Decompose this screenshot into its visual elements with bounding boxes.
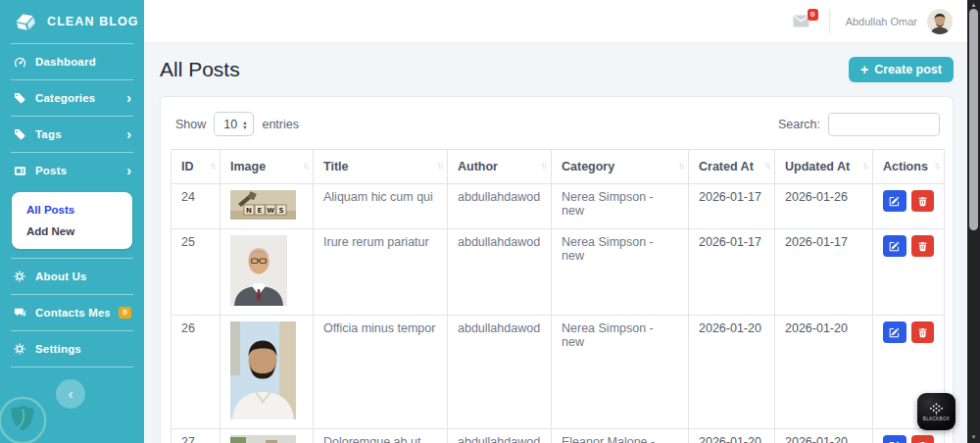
sidebar-item-label: Tags bbox=[35, 128, 62, 140]
column-header-id[interactable]: ID↑↓ bbox=[172, 150, 220, 184]
blackbox-dots-icon bbox=[927, 403, 946, 416]
column-label: ID bbox=[181, 160, 194, 173]
sidebar-item-label: Contacts Message bbox=[35, 307, 110, 319]
edit-button[interactable] bbox=[883, 435, 906, 443]
sidebar-collapse-button[interactable]: ‹ bbox=[56, 379, 85, 409]
chevron-left-icon: ‹ bbox=[69, 386, 74, 402]
count-badge: 0 bbox=[119, 307, 131, 319]
cell-category: Eleanor Malone - new bbox=[552, 429, 689, 443]
brand-logo-icon bbox=[13, 9, 38, 34]
cell-actions bbox=[873, 429, 945, 443]
table-row: 26 Officia minus tempor abdullahdawod Ne… bbox=[172, 316, 945, 429]
sort-icon: ↑↓ bbox=[303, 161, 308, 171]
post-thumbnail[interactable] bbox=[230, 321, 296, 419]
cell-updated-at: 2026-01-20 bbox=[775, 429, 873, 443]
table-header-row: ID↑↓Image↑↓Title↑↓Author↑↓Category↑↓Crat… bbox=[172, 150, 945, 184]
delete-button[interactable] bbox=[911, 435, 935, 443]
sidebar-item-contacts-message[interactable]: Contacts Message0 bbox=[0, 295, 144, 330]
blackbox-widget[interactable]: BLACKBOX bbox=[917, 393, 956, 430]
column-header-actions[interactable]: Actions↑↓ bbox=[873, 150, 945, 184]
cell-created-at: 2026-01-20 bbox=[689, 316, 775, 429]
page-header: All Posts + Create post bbox=[160, 57, 954, 82]
scroll-down-icon[interactable]: ▼ bbox=[967, 433, 980, 441]
svg-text:W: W bbox=[267, 207, 274, 215]
vertical-scrollbar[interactable]: ▲ ▼ bbox=[967, 0, 980, 443]
sidebar-item-about-us[interactable]: About Us bbox=[0, 259, 144, 294]
post-thumbnail[interactable] bbox=[230, 235, 287, 306]
show-label: Show bbox=[175, 118, 206, 131]
cell-actions bbox=[873, 184, 945, 229]
sidebar-item-label: Settings bbox=[35, 343, 81, 355]
user-menu[interactable]: Abdullah Omar bbox=[846, 9, 953, 34]
post-thumbnail[interactable] bbox=[230, 435, 296, 443]
page-size-value: 10 bbox=[223, 118, 237, 131]
sidebar-item-posts[interactable]: Posts› bbox=[0, 153, 144, 188]
column-header-image[interactable]: Image↑↓ bbox=[220, 150, 314, 184]
delete-button[interactable] bbox=[911, 321, 935, 343]
cell-author: abdullahdawod bbox=[448, 184, 552, 229]
edit-button[interactable] bbox=[883, 190, 906, 212]
column-header-updated-at[interactable]: Updated At↑↓ bbox=[775, 150, 873, 184]
sidebar-item-tags[interactable]: Tags› bbox=[0, 117, 144, 152]
sort-icon: ↑↓ bbox=[437, 161, 442, 171]
brand-name: CLEAN BLOG bbox=[47, 15, 139, 28]
search-input[interactable] bbox=[828, 113, 940, 136]
main-content: All Posts + Create post Show 10 ▴▾ entri… bbox=[144, 43, 980, 443]
post-thumbnail[interactable]: NEWS bbox=[230, 190, 296, 220]
scroll-up-icon[interactable]: ▲ bbox=[967, 1, 980, 9]
cell-author: abdullahdawod bbox=[448, 316, 552, 429]
column-label: Category bbox=[562, 160, 614, 173]
submenu-item-all-posts[interactable]: All Posts bbox=[12, 199, 132, 221]
sidebar-item-label: Categories bbox=[35, 92, 95, 104]
cell-updated-at: 2026-01-26 bbox=[775, 184, 873, 229]
cell-title: Aliquam hic cum qui bbox=[314, 184, 448, 229]
divider bbox=[829, 9, 830, 34]
sidebar-item-label: Posts bbox=[35, 165, 67, 176]
page-size-select[interactable]: 10 ▴▾ bbox=[214, 112, 254, 136]
cell-image bbox=[220, 316, 314, 429]
table-controls: Show 10 ▴▾ entries Search: bbox=[175, 112, 940, 136]
select-arrows-icon: ▴▾ bbox=[243, 120, 246, 129]
topbar: 0 Abdullah Omar bbox=[144, 0, 980, 43]
posts-card: Show 10 ▴▾ entries Search: ID↑↓Image↑↓Ti… bbox=[160, 96, 954, 443]
cell-id: 25 bbox=[172, 229, 220, 316]
delete-button[interactable] bbox=[911, 190, 935, 212]
submenu-item-add-new[interactable]: Add New bbox=[12, 221, 132, 242]
posts-table-body: 24 NEWS Aliquam hic cum qui abdullahdawo… bbox=[172, 184, 945, 443]
chat-icon bbox=[13, 307, 26, 320]
sidebar-item-settings[interactable]: Settings bbox=[0, 331, 144, 367]
column-header-author[interactable]: Author↑↓ bbox=[448, 150, 552, 184]
edit-button[interactable] bbox=[883, 235, 906, 257]
column-label: Actions bbox=[883, 160, 928, 173]
row-actions bbox=[883, 235, 934, 257]
posts-submenu: All PostsAdd New bbox=[12, 192, 132, 249]
column-label: Title bbox=[323, 160, 348, 173]
column-header-category[interactable]: Category↑↓ bbox=[552, 150, 689, 184]
column-header-crated-at[interactable]: Crated At↑↓ bbox=[689, 150, 775, 184]
create-post-button[interactable]: + Create post bbox=[849, 57, 954, 82]
posts-table: ID↑↓Image↑↓Title↑↓Author↑↓Category↑↓Crat… bbox=[171, 149, 945, 443]
blackbox-label: BLACKBOX bbox=[923, 417, 950, 421]
sort-icon: ↑↓ bbox=[934, 161, 939, 171]
mail-button[interactable]: 0 bbox=[793, 15, 809, 27]
user-name: Abdullah Omar bbox=[846, 16, 917, 27]
row-actions bbox=[883, 190, 934, 212]
scrollbar-thumb[interactable] bbox=[969, 9, 978, 230]
column-header-title[interactable]: Title↑↓ bbox=[314, 150, 448, 184]
row-actions bbox=[883, 321, 934, 343]
gear-icon bbox=[13, 271, 26, 282]
delete-button[interactable] bbox=[911, 235, 935, 257]
table-row: 27 Doloremque ab ut ea abdullahdawod Ele… bbox=[172, 429, 945, 443]
sidebar-item-label: About Us bbox=[35, 271, 87, 282]
brand[interactable]: CLEAN BLOG bbox=[0, 0, 144, 43]
cell-category: Nerea Simpson - new bbox=[552, 316, 689, 429]
column-label: Updated At bbox=[785, 160, 850, 173]
sidebar-item-categories[interactable]: Categories› bbox=[0, 80, 144, 116]
edit-button[interactable] bbox=[883, 321, 906, 343]
cell-id: 26 bbox=[172, 316, 220, 429]
svg-text:E: E bbox=[258, 207, 263, 215]
sort-icon: ↑↓ bbox=[764, 161, 769, 171]
sidebar-item-dashboard[interactable]: Dashboard bbox=[0, 44, 144, 79]
cell-image: NEWS bbox=[220, 184, 314, 229]
cell-created-at: 2026-01-20 bbox=[689, 429, 775, 443]
